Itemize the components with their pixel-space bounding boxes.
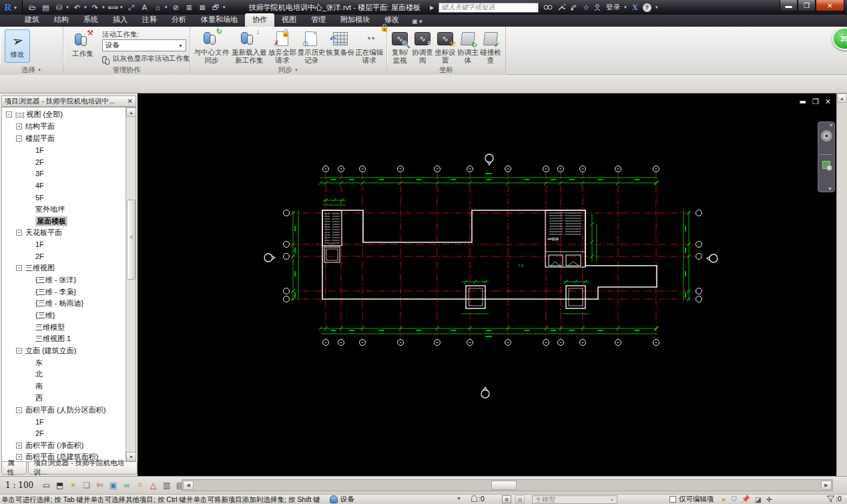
pan-zoom-icon[interactable] <box>822 161 830 169</box>
tree-item-2F[interactable]: 2F <box>2 428 126 440</box>
communication-center-icon[interactable] <box>570 4 578 11</box>
editable-only-checkbox[interactable]: 仅可编辑项 <box>669 495 714 504</box>
view-close-icon[interactable]: ✕ <box>825 97 831 106</box>
worksets-button[interactable]: ⚒ 工作集 <box>67 29 98 57</box>
scroll-up-icon[interactable]: ▲ <box>126 107 136 117</box>
temp-hide-glasses-icon[interactable]: ∞ <box>120 480 133 491</box>
close-button[interactable]: ✕ <box>816 0 844 11</box>
wrench-icon[interactable] <box>557 4 565 11</box>
tree-item-2F[interactable]: 2F <box>2 250 126 262</box>
search-input[interactable] <box>439 3 539 13</box>
tree-item-视图 (全部)[interactable]: −[◫]视图 (全部) <box>2 109 126 121</box>
tree-item-5F[interactable]: 5F <box>2 192 126 204</box>
default-3d-view-dropdown-icon[interactable]: ▼ <box>164 5 168 9</box>
ribbon-tab-管理[interactable]: 管理 <box>304 13 333 27</box>
selection-filter[interactable]: :0 <box>826 495 842 503</box>
measure-dropdown-icon[interactable]: ▼ <box>119 5 123 9</box>
tree-item-4F[interactable]: 4F <box>2 180 126 192</box>
drag-on-selection-icon[interactable]: ✛ <box>766 495 772 503</box>
tree-item-2F[interactable]: 2F <box>2 156 126 168</box>
tab-properties[interactable]: 属性 <box>1 462 27 475</box>
reveal-hidden-bulb-icon[interactable]: ⚪ <box>133 480 146 491</box>
project-browser-scrollbar[interactable]: ▲ ▼ <box>125 107 135 461</box>
undo-icon[interactable]: ↶ <box>71 3 83 13</box>
vertical-scrollbar[interactable]: ▲ <box>836 93 847 476</box>
select-underlay-icon[interactable]: ⛉ <box>732 495 737 503</box>
sign-in-dropdown-icon[interactable]: ▼ <box>623 5 627 9</box>
search-icon[interactable] <box>543 4 553 11</box>
view-minimize-icon[interactable]: ▬ <box>800 97 806 106</box>
help-icon[interactable]: ? <box>643 3 651 12</box>
project-browser-titlebar[interactable]: 项目浏览器 - 技师学院机电培训中... ✕ <box>1 95 136 107</box>
tree-item-{三维 - 张洋}[interactable]: {三维 - 张洋} <box>2 274 126 286</box>
exchange-apps-icon[interactable]: X <box>632 3 638 13</box>
navbar-close-icon[interactable]: ✕ <box>829 123 833 128</box>
worksharing-display-icon[interactable]: ▥ <box>160 480 173 491</box>
visual-style-icon[interactable]: ⬒ <box>53 480 66 491</box>
ribbon-tab-结构[interactable]: 结构 <box>47 13 76 27</box>
tree-item-三维模型[interactable]: 三维模型 <box>2 321 126 333</box>
default-3d-view-icon[interactable]: ⌂ <box>152 3 164 13</box>
ribbon-tab-注释[interactable]: 注释 <box>135 13 164 27</box>
drawing-area[interactable]: 4#楼梯7.6 ▬ ❐ ✕ ✕ ▼ <box>137 93 836 476</box>
navbar-dropdown-icon[interactable]: ▼ <box>828 186 832 191</box>
select-links-icon[interactable]: ➤ <box>721 495 727 503</box>
section-icon[interactable]: ⊘ <box>170 3 182 13</box>
open-icon[interactable]: 🗁 <box>27 3 38 13</box>
floor-plan-drawing[interactable]: 4#楼梯7.6 <box>137 93 836 476</box>
tree-item-三维视图[interactable]: −三维视图 <box>2 262 126 274</box>
tree-item-北[interactable]: 北 <box>2 368 126 381</box>
tree-item-{三维 - 杨雨迪}[interactable]: {三维 - 杨雨迪} <box>2 298 126 310</box>
aligned-dimension-icon[interactable]: ⤢ <box>125 3 137 13</box>
expand-icon[interactable]: + <box>16 123 22 130</box>
tree-item-室外地坪[interactable]: 室外地坪 <box>2 204 126 216</box>
tree-item-立面 (建筑立面)[interactable]: −立面 (建筑立面) <box>2 345 126 357</box>
tree-item-{三维 - 李枭}[interactable]: {三维 - 李枭} <box>2 286 126 298</box>
measure-icon[interactable]: ⟺ <box>107 3 119 13</box>
application-menu-button[interactable]: R ▼ <box>0 0 23 15</box>
scroll-left-icon[interactable]: ◀ <box>183 481 194 490</box>
horizontal-scrollbar[interactable]: ◀ ▶ <box>182 479 833 491</box>
ribbon-tab-附加模块[interactable]: 附加模块 <box>333 13 377 27</box>
scrollbar-thumb[interactable] <box>491 481 517 490</box>
switch-windows-dropdown-icon[interactable]: ▼ <box>222 5 226 9</box>
tree-item-东[interactable]: 东 <box>2 356 126 368</box>
sign-in-button[interactable]: 登录 <box>606 3 620 12</box>
redo-dropdown-icon[interactable]: ▼ <box>101 5 105 9</box>
select-pinned-icon[interactable]: 📌 <box>742 495 750 503</box>
scroll-up-icon[interactable]: ▲ <box>837 93 847 103</box>
tree-item-西[interactable]: 西 <box>2 393 126 405</box>
view-restore-icon[interactable]: ❐ <box>812 97 819 106</box>
panel-select-footer[interactable]: 选择▼ <box>0 65 63 75</box>
worksharing-users[interactable]: :0 <box>471 495 485 503</box>
collapse-icon[interactable]: − <box>6 111 12 117</box>
scrollbar-thumb[interactable] <box>127 200 135 280</box>
infocenter-expander-icon[interactable]: ▶ <box>430 5 434 11</box>
close-hidden-windows-icon[interactable]: ⊠ <box>197 3 208 13</box>
editing-requests-icon[interactable]: ≣ <box>502 495 511 503</box>
active-workset-status[interactable]: 设备 <box>330 495 354 504</box>
detail-level-icon[interactable]: ▭ <box>40 480 53 491</box>
text-icon[interactable]: A <box>139 3 150 13</box>
thin-lines-icon[interactable]: ≣ <box>184 3 195 13</box>
show-crop-icon[interactable]: ▣ <box>107 480 119 491</box>
tree-item-南[interactable]: 南 <box>2 381 126 393</box>
tree-item-1F[interactable]: 1F <box>2 416 126 428</box>
sync-icon[interactable]: ⛁ <box>53 3 65 13</box>
tree-item-1F[interactable]: 1F <box>2 144 126 156</box>
design-option-dropdown[interactable]: 主模型▼ <box>532 495 617 504</box>
collapse-icon[interactable]: − <box>16 265 22 271</box>
active-workset-dropdown[interactable]: 设备▼ <box>102 39 186 51</box>
panel-sync-footer[interactable]: 同步▼ <box>190 65 386 75</box>
view-scale-button[interactable]: 1 : 100 <box>0 481 40 490</box>
analytical-off-icon[interactable]: △ <box>147 480 160 491</box>
ribbon-tab-协作[interactable]: 协作 <box>245 13 274 27</box>
collapse-icon[interactable]: − <box>16 230 22 236</box>
ribbon-tab-体量和场地[interactable]: 体量和场地 <box>194 13 245 27</box>
sun-path-off-icon[interactable]: ☀ <box>67 480 79 491</box>
close-icon[interactable]: ✕ <box>127 97 133 105</box>
minimize-button[interactable]: ▬ <box>780 0 798 11</box>
ribbon-tab-建筑[interactable]: 建筑 <box>17 13 47 27</box>
expand-icon[interactable]: + <box>16 443 22 449</box>
collapse-icon[interactable]: − <box>16 407 22 413</box>
